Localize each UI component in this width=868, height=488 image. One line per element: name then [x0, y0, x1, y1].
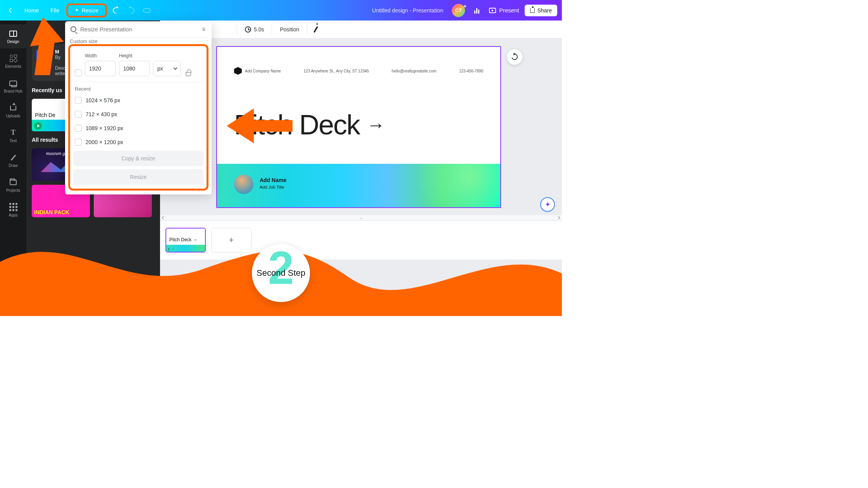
position-button[interactable]: Position [280, 26, 299, 33]
resize-menu-button[interactable]: Resize [69, 6, 104, 15]
sidebar-item-projects[interactable]: Projects [0, 173, 26, 197]
copy-resize-button[interactable]: Copy & resize [73, 151, 203, 166]
folder-icon [10, 180, 17, 185]
design-icon [9, 31, 17, 37]
width-input[interactable] [85, 61, 116, 76]
scroll-right-icon [557, 216, 560, 219]
thumb-label: INDIAN PACK [34, 210, 69, 215]
step-label: Second Step [257, 268, 305, 278]
search-icon [71, 26, 76, 32]
top-menubar: Home File Resize Untitled design - Prese… [0, 0, 562, 21]
assistant-fab[interactable]: ✦ [540, 197, 555, 212]
editor-toolbar: 5.0s Position [160, 21, 562, 38]
resize-search-input[interactable] [80, 26, 198, 33]
present-icon [489, 8, 496, 13]
height-input[interactable] [119, 61, 150, 76]
undo-button[interactable] [109, 4, 122, 17]
user-avatar[interactable]: CT [452, 4, 465, 17]
magic-icon: ✦ [36, 49, 51, 64]
draw-icon [10, 155, 16, 161]
scroll-left-icon [162, 216, 165, 219]
sidebar-item-brand-hub[interactable]: Brand Hub [0, 74, 26, 98]
company-phone[interactable]: 123-456-7890 [459, 69, 483, 73]
play-icon [34, 122, 42, 130]
presenter-name[interactable]: Add Name [260, 177, 286, 183]
clock-icon [245, 26, 251, 33]
annotation-highlight-resize: Resize [66, 3, 107, 17]
presenter-avatar[interactable] [234, 175, 253, 194]
sidebar-item-text[interactable]: TText [0, 124, 26, 148]
add-slide-button[interactable]: + [211, 228, 251, 253]
thumb-title: Pitch Deck → [169, 237, 198, 242]
recent-size-option[interactable]: 2000 × 1200 px [73, 135, 203, 149]
horizontal-scrollbar[interactable]: ⌄ [160, 215, 562, 220]
sidebar-item-elements[interactable]: Elements [0, 49, 26, 73]
resize-search-row: ♛ [65, 21, 212, 38]
company-name[interactable]: Add Company Name [245, 69, 281, 73]
recent-label: Recent [73, 82, 203, 93]
chevron-down-icon [174, 66, 177, 70]
recent-size-option[interactable]: 1024 × 576 px [73, 93, 203, 107]
wand-icon [313, 26, 318, 33]
sidebar-item-uploads[interactable]: Uploads [0, 99, 26, 123]
slide-thumbnail[interactable]: Pitch Deck → 1 → [165, 228, 206, 253]
step-number: 2 [268, 241, 294, 294]
file-menu[interactable]: File [46, 5, 64, 16]
share-button[interactable]: Share [525, 5, 557, 16]
resize-popover: ♛ Custom size Width Height px Recent 102… [65, 21, 212, 194]
duration-button[interactable]: 5.0s [245, 26, 264, 33]
slide-footer: Add Name Add Job Title [217, 164, 500, 207]
refresh-icon [510, 53, 519, 61]
sparkle-icon [75, 8, 79, 13]
sync-status[interactable] [140, 4, 153, 17]
sidebar-item-draw[interactable]: Draw [0, 148, 26, 172]
magic-wand-button[interactable] [315, 26, 317, 33]
share-icon [530, 8, 535, 13]
cloud-icon [143, 8, 151, 13]
slide-title[interactable]: Pitch Deck → [234, 109, 384, 141]
undo-icon [111, 6, 120, 15]
sidebar-item-apps[interactable]: Apps [0, 198, 26, 222]
custom-size-label: Custom size [68, 38, 208, 44]
annotation-highlight-custom-size: Width Height px Recent 1024 × 576 px 712… [68, 44, 208, 191]
height-label: Height [119, 53, 150, 58]
crown-icon: ♛ [202, 26, 206, 32]
width-label: Width [85, 53, 116, 58]
thumb-number: 1 → [168, 247, 174, 251]
company-address[interactable]: 123 Anywhere St., Any City, ST 12345 [304, 69, 369, 73]
left-sidebar: Design Elements Brand Hub Uploads TText … [0, 21, 26, 316]
arrow-right-icon: → [367, 114, 384, 136]
regenerate-button[interactable] [507, 49, 522, 65]
slide[interactable]: Add Company Name 123 Anywhere St., Any C… [216, 46, 501, 208]
document-title[interactable]: Untitled design - Presentation [372, 7, 443, 14]
slide-header: Add Company Name 123 Anywhere St., Any C… [234, 67, 483, 75]
history-tab[interactable]: History [32, 25, 58, 36]
company-email[interactable]: hello@reallygreatsite.com [392, 69, 436, 73]
custom-size-checkbox[interactable] [75, 69, 82, 76]
sidebar-item-photos[interactable]: Photos [0, 288, 26, 312]
back-button[interactable] [5, 6, 17, 14]
recent-size-option[interactable]: 1089 × 1920 px [73, 121, 203, 135]
presenter-job-title[interactable]: Add Job Title [260, 185, 284, 189]
upload-icon [10, 106, 16, 110]
cube-logo-icon [234, 67, 242, 75]
elements-icon [10, 55, 17, 62]
present-button[interactable]: Present [489, 7, 519, 14]
recent-size-option[interactable]: 712 × 430 px [73, 107, 203, 121]
brand-icon [9, 81, 17, 86]
analytics-button[interactable] [470, 4, 484, 17]
home-button[interactable]: Home [20, 5, 43, 16]
bar-chart-icon [474, 7, 479, 14]
sparkle-icon: ✦ [545, 200, 551, 209]
redo-icon [127, 6, 136, 15]
canvas-area[interactable]: Add Company Name 123 Anywhere St., Any C… [160, 38, 562, 316]
annotation-step-badge: 2 Second Step [252, 244, 310, 302]
redo-button[interactable] [125, 4, 138, 17]
apps-grid-icon [9, 203, 17, 211]
resize-confirm-button[interactable]: Resize [73, 169, 203, 185]
photos-icon [10, 295, 17, 300]
sidebar-item-design[interactable]: Design [0, 24, 26, 48]
chevron-left-icon [9, 8, 14, 13]
lock-aspect-icon[interactable] [186, 72, 191, 76]
unit-select[interactable]: px [153, 61, 181, 76]
